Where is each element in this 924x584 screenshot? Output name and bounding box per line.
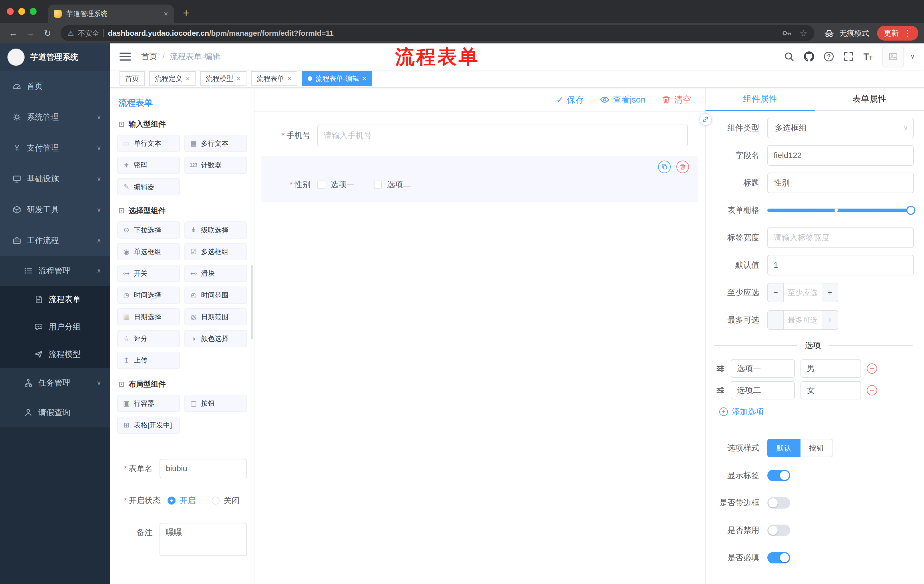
palette-item-radio-group[interactable]: ◉单选框组	[117, 243, 180, 260]
copy-component-button[interactable]	[658, 161, 671, 173]
show-label-switch[interactable]	[767, 470, 790, 481]
palette-item-upload[interactable]: ↥上传	[117, 352, 180, 369]
palette-item-counter[interactable]: 123计数器	[185, 156, 247, 174]
browser-update-button[interactable]: 更新 ⋮	[877, 26, 918, 41]
style-default-button[interactable]: 默认	[767, 439, 800, 457]
sidebar-item-process-management[interactable]: 流程管理 ∧	[0, 256, 111, 286]
gender-option1-checkbox[interactable]: 选项一	[317, 179, 355, 190]
min-select-value[interactable]: 至少应选	[784, 283, 822, 302]
tag-process-definition[interactable]: 流程定义 ×	[149, 71, 196, 86]
tag-close-icon[interactable]: ×	[363, 74, 366, 82]
remove-option-button[interactable]: −	[867, 364, 877, 374]
sidebar-item-process-model[interactable]: 流程模型	[0, 341, 111, 368]
browser-menu-icon[interactable]: ⋮	[903, 29, 911, 38]
palette-scrollbar[interactable]	[251, 265, 253, 339]
canvas-body[interactable]: *手机号 *性别	[254, 112, 705, 584]
option2-label-input[interactable]	[731, 381, 795, 400]
gender-option2-checkbox[interactable]: 选项二	[374, 179, 411, 190]
sidebar-item-infrastructure[interactable]: 基础设施 ∨	[0, 163, 111, 194]
sidebar-item-leave-query[interactable]: 请假查询	[0, 398, 111, 428]
status-on-radio[interactable]: 开启	[168, 495, 196, 506]
option2-value-input[interactable]	[800, 381, 861, 400]
component-type-select[interactable]: 多选框组 ∨	[767, 118, 914, 138]
link-icon[interactable]	[699, 113, 712, 126]
window-zoom-button[interactable]	[30, 8, 36, 15]
remove-option-button[interactable]: −	[867, 385, 877, 395]
option1-label-input[interactable]	[731, 359, 795, 378]
palette-item-time-range[interactable]: ◴时间范围	[185, 286, 247, 304]
palette-item-checkbox-group[interactable]: ☑多选框组	[185, 243, 247, 260]
avatar[interactable]	[882, 46, 904, 67]
status-off-radio[interactable]: 关闭	[211, 495, 239, 506]
plus-button[interactable]: +	[822, 283, 838, 302]
forward-button[interactable]: →	[23, 28, 38, 38]
palette-item-editor[interactable]: ✎编辑器	[117, 178, 180, 196]
palette-item-switch[interactable]: ⊶开关	[117, 265, 180, 282]
form-remark-textarea[interactable]: 嘿嘿	[160, 523, 247, 556]
window-close-button[interactable]	[7, 8, 14, 15]
minus-button[interactable]: −	[768, 283, 784, 302]
tag-close-icon[interactable]: ×	[186, 74, 190, 82]
clear-button[interactable]: 清空	[662, 94, 691, 106]
sidebar-item-task-management[interactable]: 任务管理 ∨	[0, 368, 111, 398]
palette-item-select[interactable]: ⊙下拉选择	[117, 221, 180, 239]
palette-item-button[interactable]: ▢按钮	[185, 395, 247, 412]
form-grid-slider[interactable]	[767, 209, 914, 212]
avatar-caret-icon[interactable]: ∨	[910, 53, 915, 60]
save-button[interactable]: ✓ 保存	[556, 94, 584, 106]
bookmark-star-icon[interactable]: ☆	[800, 28, 807, 38]
border-switch[interactable]	[767, 497, 790, 508]
title-input[interactable]	[767, 173, 914, 193]
new-tab-button[interactable]: +	[183, 7, 189, 18]
tag-process-form[interactable]: 流程表单 ×	[251, 71, 297, 86]
tab-form-properties[interactable]: 表单属性	[815, 88, 924, 110]
sidebar-toggle-button[interactable]	[119, 53, 131, 61]
default-value-input[interactable]	[767, 255, 914, 275]
view-json-button[interactable]: 查看json	[600, 94, 645, 106]
palette-item-slider[interactable]: ⊷滑块	[185, 265, 247, 282]
tab-component-properties[interactable]: 组件属性	[706, 88, 815, 110]
phone-input[interactable]	[317, 125, 688, 146]
fullscreen-icon[interactable]	[843, 51, 854, 62]
palette-item-date-range[interactable]: ▧日期范围	[185, 308, 247, 326]
tag-close-icon[interactable]: ×	[237, 74, 241, 82]
drag-handle-icon[interactable]	[716, 386, 725, 395]
max-select-value[interactable]: 最多可选	[784, 311, 822, 329]
tag-close-icon[interactable]: ×	[288, 74, 292, 82]
sidebar-item-process-form[interactable]: 流程表单	[0, 286, 111, 313]
sidebar-item-system[interactable]: 系统管理 ∨	[0, 102, 111, 133]
style-button-button[interactable]: 按钮	[800, 439, 833, 457]
tag-process-form-edit[interactable]: 流程表单-编辑 ×	[302, 71, 372, 86]
disabled-switch[interactable]	[767, 525, 790, 536]
label-width-input[interactable]	[767, 227, 914, 248]
minus-button[interactable]: −	[768, 311, 784, 329]
palette-item-textarea[interactable]: ▤多行文本	[185, 135, 247, 152]
sidebar-item-workflow[interactable]: 工作流程 ∧	[0, 225, 111, 256]
search-icon[interactable]	[784, 51, 794, 62]
reload-button[interactable]: ↻	[40, 28, 55, 38]
palette-item-single-line-text[interactable]: ▭单行文本	[117, 135, 180, 152]
palette-item-date[interactable]: ▦日期选择	[117, 308, 180, 326]
help-icon[interactable]: ?	[824, 52, 834, 61]
palette-item-table[interactable]: ⊞表格[开发中]	[117, 416, 180, 434]
browser-tab[interactable]: 芋道管理系统 ×	[48, 5, 174, 23]
back-button[interactable]: ←	[6, 28, 21, 38]
required-switch[interactable]	[767, 552, 790, 563]
form-name-input[interactable]	[160, 459, 247, 478]
slider-handle[interactable]	[906, 206, 916, 215]
canvas-field-phone[interactable]: *手机号	[261, 122, 698, 148]
tag-process-model[interactable]: 流程模型 ×	[200, 71, 246, 86]
tag-home[interactable]: 首页	[119, 71, 145, 86]
sidebar-item-home[interactable]: 首页	[0, 71, 111, 102]
palette-item-rate[interactable]: ☆评分	[117, 330, 180, 347]
delete-component-button[interactable]	[676, 161, 689, 173]
github-icon[interactable]	[804, 51, 814, 62]
option1-value-input[interactable]	[800, 359, 861, 378]
palette-item-cascader[interactable]: ⋔级联选择	[185, 221, 247, 239]
window-minimize-button[interactable]	[18, 8, 25, 15]
palette-item-color[interactable]: ◑颜色选择	[185, 330, 247, 347]
breadcrumb-home[interactable]: 首页	[141, 51, 157, 62]
sidebar-item-user-group[interactable]: 用户分组	[0, 313, 111, 341]
password-key-icon[interactable]	[781, 28, 792, 38]
palette-item-row-container[interactable]: ▣行容器	[117, 395, 180, 412]
